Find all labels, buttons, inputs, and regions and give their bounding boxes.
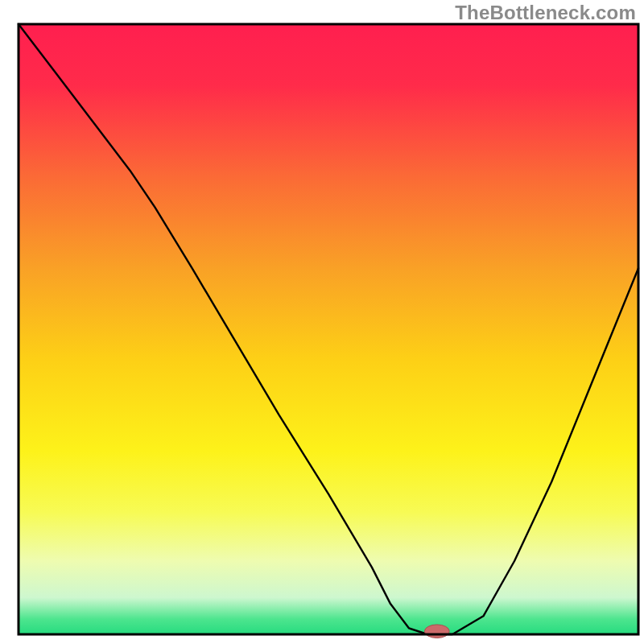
optimal-point-marker bbox=[424, 625, 449, 638]
chart-stage: TheBottleneck.com bbox=[0, 0, 644, 644]
chart-svg bbox=[0, 0, 644, 644]
chart-background bbox=[19, 24, 638, 634]
